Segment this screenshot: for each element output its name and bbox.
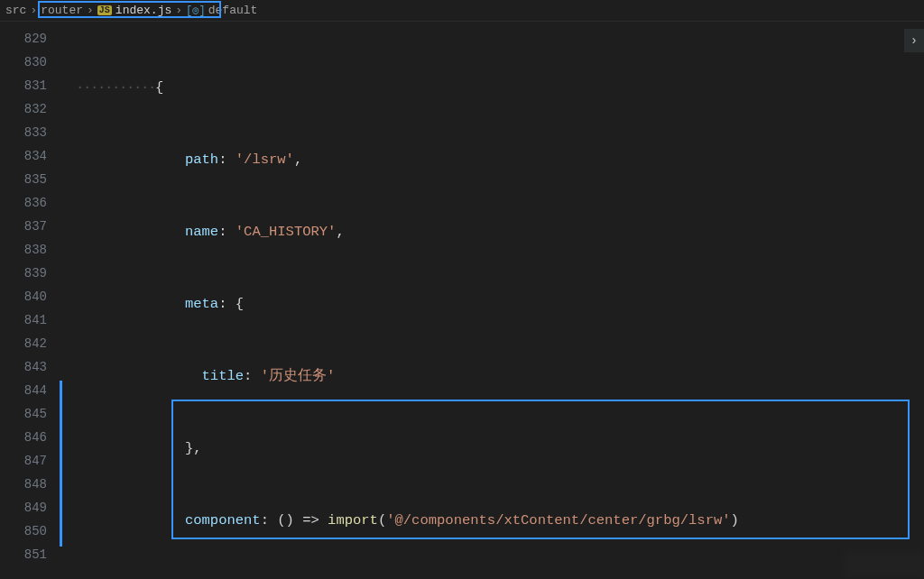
code-line[interactable]: name: 'CA_HISTORY', <box>63 220 924 244</box>
line-number: 836 <box>0 191 63 215</box>
line-number: 831 <box>0 74 63 97</box>
line-number-gutter: 829 830 831 832 833 834 835 836 837 838 … <box>0 22 63 579</box>
gutter-modified-indicator <box>60 381 62 547</box>
line-number: 834 <box>0 144 63 168</box>
crumb-router[interactable]: router <box>41 4 83 17</box>
crumb-symbol[interactable]: default <box>208 4 258 17</box>
line-number: 843 <box>0 355 63 379</box>
chevron-right-icon: › <box>910 33 918 48</box>
line-number: 833 <box>0 121 63 144</box>
crumb-src[interactable]: src <box>5 4 26 17</box>
code-line[interactable]: meta: { <box>63 292 924 316</box>
line-number: 850 <box>0 519 63 543</box>
line-number: 844 <box>0 379 63 402</box>
minimap[interactable] <box>845 552 924 579</box>
code-line[interactable]: }, <box>63 437 924 460</box>
breadcrumb: src › router › JS index.js › [◎] default <box>0 0 924 22</box>
line-number: 845 <box>0 402 63 426</box>
line-number: 842 <box>0 332 63 355</box>
code-area[interactable]: ···········{ path: '/lsrw', name: 'CA_HI… <box>63 22 924 579</box>
code-line[interactable]: path: '/lsrw', <box>63 148 924 171</box>
js-file-icon: JS <box>97 5 112 15</box>
code-line[interactable]: component: () => import('@/components/xt… <box>63 509 924 532</box>
code-editor[interactable]: 829 830 831 832 833 834 835 836 837 838 … <box>0 22 924 579</box>
line-number: 846 <box>0 426 63 449</box>
line-number: 841 <box>0 308 63 332</box>
symbol-icon: [◎] <box>186 4 206 17</box>
line-number: 840 <box>0 285 63 308</box>
line-number: 837 <box>0 215 63 238</box>
line-number: 835 <box>0 168 63 191</box>
line-number: 847 <box>0 449 63 473</box>
line-number: 829 <box>0 27 63 51</box>
collapse-panel-button[interactable]: › <box>904 29 924 52</box>
line-number: 849 <box>0 496 63 519</box>
code-line[interactable]: title: '历史任务' <box>63 364 924 388</box>
line-number: 838 <box>0 238 63 262</box>
line-number: 839 <box>0 262 63 285</box>
code-line[interactable]: ···········{ <box>63 76 924 99</box>
line-number: 832 <box>0 97 63 121</box>
chevron-right-icon: › <box>30 4 37 17</box>
line-number: 830 <box>0 51 63 74</box>
line-number: 851 <box>0 543 63 566</box>
chevron-right-icon: › <box>175 4 182 17</box>
chevron-right-icon: › <box>87 4 94 17</box>
crumb-file[interactable]: index.js <box>116 4 171 17</box>
line-number: 848 <box>0 473 63 496</box>
